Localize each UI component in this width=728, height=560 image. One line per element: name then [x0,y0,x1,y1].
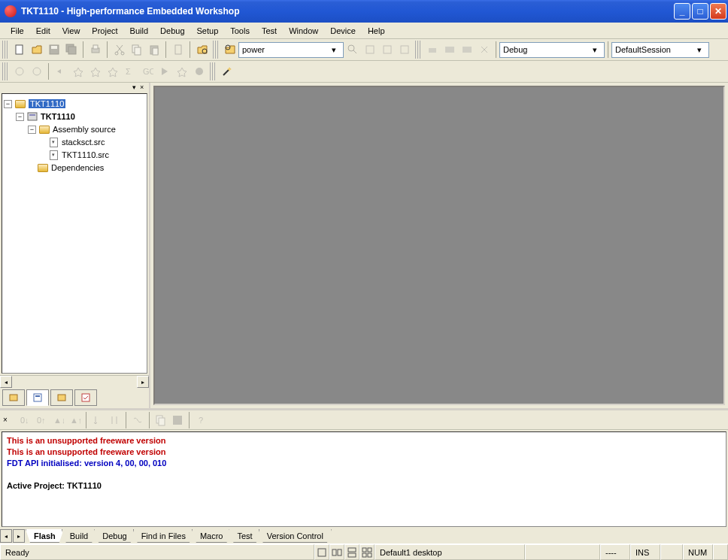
debug-btn-5[interactable] [86,63,104,80]
svg-rect-25 [469,47,472,53]
debug-btn-1[interactable] [11,63,28,80]
menu-tools[interactable]: Tools [224,25,256,37]
out-btn-copy[interactable] [153,412,169,428]
out-btn-save[interactable] [169,412,186,428]
panel-close-icon[interactable]: × [140,83,147,91]
out-btn-1[interactable]: 0↓ [17,412,33,428]
maximize-button[interactable]: □ [692,3,708,20]
status-icon-2[interactable] [329,544,344,560]
debug-btn-8[interactable]: GO [138,63,156,80]
out-btn-4[interactable]: ▲↑ [66,412,83,428]
tree-scrollbar[interactable]: ◂▸ [0,375,149,387]
toolbar-btn-2[interactable] [378,41,396,59]
status-grip[interactable] [713,544,728,560]
tree-tab-3[interactable] [50,389,73,406]
run-button[interactable] [156,63,173,80]
search-combo[interactable]: power ▾ [238,42,344,58]
print-button[interactable] [86,41,104,59]
tree-tab-4[interactable] [74,389,97,406]
output-tab-flash[interactable]: Flash [26,529,64,543]
toolbar-btn-3[interactable] [396,41,413,59]
menu-window[interactable]: Window [283,25,324,37]
open-file-button[interactable] [28,41,45,59]
tree-project[interactable]: TKT1110 [41,112,75,121]
toolbar-btn-5[interactable] [441,41,458,59]
svg-rect-21 [445,47,450,53]
out-btn-clear[interactable] [129,412,146,428]
find-button[interactable] [193,41,211,59]
tree-file-1[interactable]: stacksct.src [62,138,105,147]
tree-tab-2[interactable] [26,389,49,406]
new-file-button[interactable] [11,41,28,59]
status-icon-1[interactable] [314,544,329,560]
tree-folder-assembly[interactable]: Assembly source [53,125,116,134]
output-tab-test[interactable]: Test [229,529,260,543]
output-close-icon[interactable]: × [3,416,12,424]
tree-collapse-icon[interactable]: − [28,126,36,134]
find-next-button[interactable] [344,41,361,59]
menu-project[interactable]: Project [86,25,123,37]
menu-view[interactable]: View [56,25,86,37]
out-btn-5[interactable] [89,412,106,428]
debug-btn-2[interactable] [28,63,45,80]
svg-text:Σ: Σ [126,67,131,76]
menu-edit[interactable]: Edit [30,25,56,37]
status-icon-3[interactable] [344,544,359,560]
close-button[interactable]: ✕ [710,3,726,20]
copy-button[interactable] [128,41,145,59]
tree-tab-1[interactable] [2,389,25,406]
debug-btn-3[interactable] [52,63,69,80]
tab-nav-prev[interactable]: ◂ [0,529,12,543]
output-tabs: ◂ ▸ Flash Build Debug Find in Files Macr… [0,528,728,543]
menu-device[interactable]: Device [324,25,362,37]
debug-btn-6[interactable] [104,63,121,80]
output-tab-find[interactable]: Find in Files [133,529,194,543]
toolbar-btn-6[interactable] [458,41,475,59]
minimize-button[interactable]: _ [674,3,690,20]
tree-root[interactable]: TKT1110 [29,99,65,108]
session-combo[interactable]: DefaultSession ▾ [611,42,709,58]
output-text[interactable]: This is an unsupported freeware version … [2,431,726,527]
menu-setup[interactable]: Setup [191,25,225,37]
output-tab-vc[interactable]: Version Control [259,529,332,543]
dropdown-icon: ▾ [328,45,340,55]
svg-rect-36 [58,395,65,401]
menu-test[interactable]: Test [256,25,283,37]
svg-rect-23 [463,47,466,53]
cut-button[interactable] [111,41,128,59]
bookmark-button[interactable] [169,41,187,59]
debug-btn-7[interactable]: Σ [121,63,138,80]
stop-button[interactable] [190,63,208,80]
toolbar-btn-7[interactable] [475,41,493,59]
tab-nav-next[interactable]: ▸ [13,529,25,543]
status-icon-4[interactable] [359,544,375,560]
out-btn-2[interactable]: 0↑ [33,412,50,428]
debug-btn-9[interactable] [173,63,190,80]
output-tab-debug[interactable]: Debug [94,529,135,543]
output-tab-macro[interactable]: Macro [192,529,232,543]
out-btn-help[interactable]: ? [193,412,209,428]
menu-file[interactable]: File [5,25,30,37]
paste-button[interactable] [145,41,162,59]
out-btn-3[interactable]: ▲↓ [50,412,66,428]
tree-collapse-icon[interactable]: − [16,113,24,121]
debug-btn-4[interactable] [69,63,86,80]
save-button[interactable] [45,41,62,59]
wand-button[interactable] [218,63,235,80]
output-tab-build[interactable]: Build [62,529,96,543]
toolbar-btn-4[interactable] [423,41,441,59]
toolbar-btn-1[interactable] [361,41,378,59]
menu-help[interactable]: Help [362,25,391,37]
project-tree[interactable]: − TKT1110 − TKT1110 − Assembly source st… [2,93,147,374]
svg-text:0↑: 0↑ [37,416,46,425]
menu-build[interactable]: Build [124,25,154,37]
tree-collapse-icon[interactable]: − [4,100,12,108]
out-btn-6[interactable] [106,412,123,428]
pin-icon[interactable]: ▾ [132,83,140,91]
tree-file-2[interactable]: TKT1110.src [62,150,109,159]
save-all-button[interactable] [62,41,80,59]
find-in-files-button[interactable] [221,41,238,59]
config-combo[interactable]: Debug ▾ [499,42,605,58]
menu-debug[interactable]: Debug [154,25,190,37]
tree-folder-deps[interactable]: Dependencies [51,163,104,172]
